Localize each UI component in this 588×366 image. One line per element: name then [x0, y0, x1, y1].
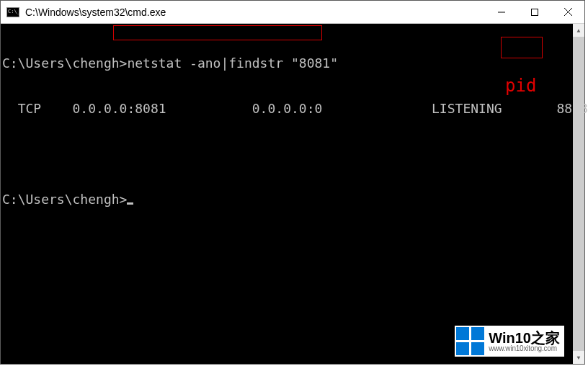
prompt: C:\Users\chengh>	[2, 55, 127, 71]
watermark-title: Win10之家	[489, 331, 560, 345]
window-controls	[485, 1, 584, 23]
command-text: netstat -ano|findstr "8081"	[127, 55, 338, 71]
watermark: Win10之家 www.win10xitong.com	[455, 326, 564, 357]
windows-logo-icon	[456, 327, 484, 355]
cmd-window: C:\Windows\system32\cmd.exe C:\Users\che…	[0, 0, 585, 365]
output-line: TCP 0.0.0.0:8081 0.0.0.0:0 LISTENING 880…	[2, 101, 573, 116]
scroll-down-button[interactable]: ▼	[573, 351, 584, 364]
titlebar[interactable]: C:\Windows\system32\cmd.exe	[1, 1, 584, 24]
watermark-text: Win10之家 www.win10xitong.com	[489, 331, 560, 352]
prompt: C:\Users\chengh>	[2, 192, 127, 207]
terminal-area[interactable]: C:\Users\chengh>netstat -ano|findstr "80…	[1, 24, 573, 364]
scroll-up-button[interactable]: ▲	[573, 24, 584, 37]
cmd-icon	[6, 7, 19, 17]
watermark-url: www.win10xitong.com	[489, 345, 560, 352]
command-line: C:\Users\chengh>netstat -ano|findstr "80…	[2, 55, 573, 71]
command-highlight-box	[113, 25, 322, 40]
pid-annotation: pid	[505, 79, 536, 94]
prompt-line: C:\Users\chengh>	[2, 192, 573, 207]
close-button[interactable]	[551, 1, 584, 23]
window-title: C:\Windows\system32\cmd.exe	[25, 6, 485, 18]
blank-line	[2, 146, 573, 161]
svg-rect-1	[532, 9, 538, 15]
vertical-scrollbar[interactable]: ▲ ▼	[573, 24, 584, 364]
minimize-button[interactable]	[485, 1, 518, 23]
scrollbar-thumb[interactable]	[573, 37, 584, 351]
cursor	[127, 202, 133, 205]
maximize-button[interactable]	[518, 1, 551, 23]
